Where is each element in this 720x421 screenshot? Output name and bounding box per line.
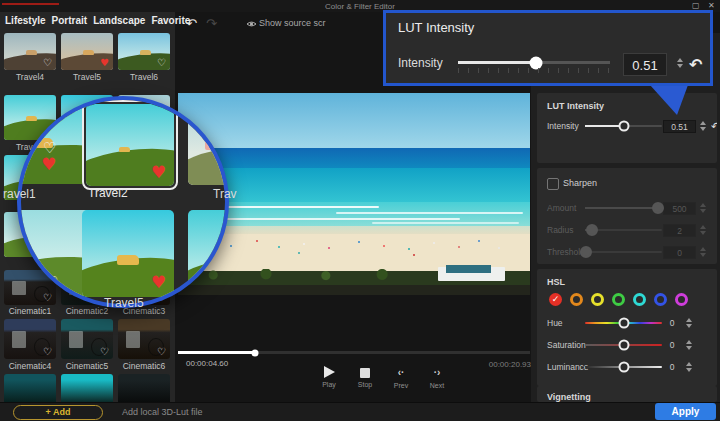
favorite-heart-icon[interactable] xyxy=(100,58,109,68)
saturation-stepper[interactable] xyxy=(685,339,693,352)
magnified-thumb-travel5 xyxy=(82,210,174,297)
filter-thumb-cinematic6[interactable] xyxy=(118,319,170,359)
magnified-label-travel5: Travel5 xyxy=(104,296,144,310)
favorite-heart-icon xyxy=(41,156,56,173)
hsl-color-green[interactable] xyxy=(612,293,625,306)
favorite-heart-icon xyxy=(151,164,166,181)
lut-value-stepper[interactable] xyxy=(699,120,707,133)
sharpen-threshold-slider xyxy=(585,251,662,253)
tab-portrait[interactable]: Portrait xyxy=(52,15,88,26)
sharpen-title: Sharpen xyxy=(563,178,597,188)
callout-intensity-label: Intensity xyxy=(398,56,443,70)
lut-card-title: LUT Intensity xyxy=(547,101,604,111)
filter-thumb[interactable] xyxy=(61,374,113,402)
callout-pointer xyxy=(648,85,690,117)
magnified-label-travel1: ravel1 xyxy=(3,187,36,201)
lut-intensity-callout: LUT Intensity Intensity 0.51 ↶ xyxy=(383,10,713,86)
tab-favorite[interactable]: Favorite xyxy=(151,15,190,26)
prev-icon: ‹· xyxy=(398,366,405,379)
bottom-bar: + Add Add local 3D-Lut file Apply xyxy=(0,402,720,421)
luminance-slider[interactable] xyxy=(585,366,662,368)
prev-button[interactable]: ‹· Prev xyxy=(388,366,414,389)
hsl-color-red[interactable]: ✓ xyxy=(549,293,562,306)
hsl-color-magenta[interactable] xyxy=(675,293,688,306)
sharpen-radius-slider xyxy=(585,229,662,231)
seek-bar[interactable] xyxy=(178,351,530,354)
lut-intensity-card: LUT Intensity Intensity 0.51 ↶ xyxy=(537,93,717,163)
sharpen-checkbox[interactable] xyxy=(547,178,559,190)
favorite-heart-icon[interactable] xyxy=(157,347,166,357)
show-source-toggle[interactable]: Show source scr xyxy=(259,18,356,28)
hsl-color-orange[interactable] xyxy=(570,293,583,306)
category-tabs: Lifestyle Portrait Landscape Favorite xyxy=(5,15,190,26)
favorite-heart-icon[interactable] xyxy=(157,58,166,68)
callout-stepper xyxy=(676,56,684,69)
callout-title: LUT Intensity xyxy=(398,20,474,35)
magnified-label-travel3: Trav xyxy=(213,187,237,201)
elapsed-time: 00:00:04.60 xyxy=(186,359,228,368)
lut-slider-handle[interactable] xyxy=(619,121,630,132)
beach-sky xyxy=(178,93,530,150)
callout-reset-icon: ↶ xyxy=(689,55,702,74)
magnified-thumb-travel2-selected xyxy=(82,100,178,190)
favorite-heart-icon[interactable] xyxy=(43,347,52,357)
callout-value: 0.51 xyxy=(623,53,667,76)
next-button[interactable]: ·› Next xyxy=(424,366,450,389)
add-lut-button[interactable]: + Add xyxy=(13,405,103,420)
favorite-heart-icon[interactable] xyxy=(43,58,52,68)
total-time: 00:00:20.93 xyxy=(461,360,531,369)
luminance-stepper[interactable] xyxy=(685,361,693,374)
hsl-color-yellow[interactable] xyxy=(591,293,604,306)
tab-lifestyle[interactable]: Lifestyle xyxy=(5,15,46,26)
callout-slider-ticks xyxy=(458,68,610,73)
tab-landscape[interactable]: Landscape xyxy=(93,15,145,26)
filter-thumb-travel4[interactable] xyxy=(4,33,56,70)
hsl-color-blue[interactable] xyxy=(654,293,667,306)
sharpen-amount-slider xyxy=(585,207,662,209)
eye-icon[interactable] xyxy=(246,20,257,28)
seek-handle[interactable] xyxy=(252,349,259,356)
hsl-card: HSL ✓ Hue 0 Saturation xyxy=(537,269,717,386)
hsl-color-cyan[interactable] xyxy=(633,293,646,306)
stop-button[interactable]: Stop xyxy=(352,366,378,389)
vignetting-card: Vignetting xyxy=(537,386,717,402)
filter-thumb-travel5[interactable] xyxy=(61,33,113,70)
saturation-slider[interactable] xyxy=(585,344,662,346)
filter-thumb-cinematic5[interactable] xyxy=(61,319,113,359)
favorite-heart-icon xyxy=(151,274,166,291)
apply-button[interactable]: Apply xyxy=(655,403,716,420)
lut-intensity-value[interactable]: 0.51 xyxy=(663,120,696,133)
hsl-title: HSL xyxy=(547,277,565,287)
filter-thumb-cinematic4[interactable] xyxy=(4,319,56,359)
hue-slider[interactable] xyxy=(585,322,662,324)
favorite-heart-icon[interactable] xyxy=(100,347,109,357)
lut-intensity-label: Intensity xyxy=(547,121,585,131)
lut-reset-icon[interactable]: ↶ xyxy=(711,120,717,133)
add-lut-hint: Add local 3D-Lut file xyxy=(122,407,203,417)
lut-intensity-slider[interactable] xyxy=(585,125,662,127)
magnifier-callout xyxy=(17,96,229,308)
filter-thumb[interactable] xyxy=(4,374,56,402)
filter-thumb[interactable] xyxy=(118,374,170,402)
filter-thumb-travel6[interactable] xyxy=(118,33,170,70)
stop-icon xyxy=(360,368,370,378)
sharpen-card: Sharpen Amount 500 Radius 2 xyxy=(537,168,717,264)
vignetting-title: Vignetting xyxy=(547,392,591,402)
adjustments-panel: LUT Intensity Intensity 0.51 ↶ Sharpen A… xyxy=(531,33,720,402)
magnified-label-travel2: Travel2 xyxy=(88,186,128,200)
play-button[interactable]: Play xyxy=(316,366,342,389)
next-icon: ·› xyxy=(434,366,441,379)
play-icon xyxy=(324,366,335,378)
favorite-heart-icon[interactable] xyxy=(43,293,52,303)
callout-slider xyxy=(458,61,610,64)
redo-icon[interactable]: ↷ xyxy=(206,17,217,31)
hue-stepper[interactable] xyxy=(685,317,693,330)
color-filter-editor-window: Color & Filter Editor ▢ ✕ ↶ ↷ Show sourc… xyxy=(0,0,720,421)
